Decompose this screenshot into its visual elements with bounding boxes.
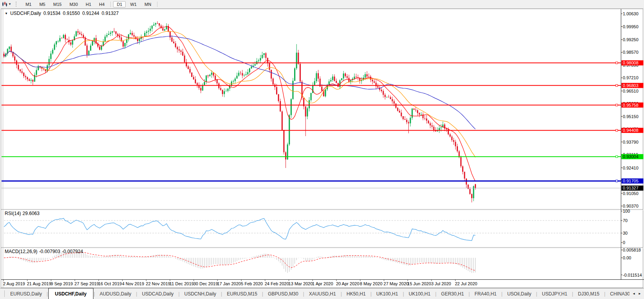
timeframe-button-mn[interactable]: MN [141,1,155,7]
chart-tabbar: EURUSD,Daily|USDCHF,Daily|AUDUSD,Daily|U… [0,288,644,299]
tab-scroll-left-icon[interactable]: ◄ [632,292,635,295]
svg-text:22 Jul 2020: 22 Jul 2020 [455,281,478,286]
tab-scroll-right-icon[interactable]: ► [638,292,641,295]
svg-text:30: 30 [623,231,628,235]
svg-text:70: 70 [623,218,628,223]
level-price-tag: 0.91705 [622,179,644,184]
chart-tab-china300-h4[interactable]: CHINA300,H4 [606,290,630,298]
timeframe-button-m1[interactable]: M1 [22,1,35,7]
svg-text:0.005818: 0.005818 [623,248,641,252]
hline-handle[interactable] [616,62,618,64]
macd-main-value: -0.007903 [39,249,60,254]
svg-text:15 Jun 2020: 15 Jun 2020 [407,281,431,286]
svg-text:27 Sep 2019: 27 Sep 2019 [75,281,99,286]
timeframe-button-h1[interactable]: H1 [82,1,95,7]
tab-scroll-arrows: ◄ ► [629,292,644,295]
svg-text:0.96510: 0.96510 [623,89,639,93]
chart-tab-usdchf-daily[interactable]: USDCHF,Daily [48,288,93,299]
svg-text:0: 0 [623,240,625,245]
chart-tab-uk100-h1[interactable]: UK100,H1 [404,290,435,298]
macd-signal-value: -0.007924 [62,249,83,254]
hline-handle[interactable] [616,129,618,131]
svg-text:17 Jan 2020: 17 Jan 2020 [217,281,241,286]
level-price-tag: 0.95758 [622,102,644,108]
svg-text:0.00: 0.00 [623,255,631,260]
chart-tab-uk100-h1[interactable]: UK100,H1 [371,290,402,298]
svg-text:1.00630: 1.00630 [623,11,639,16]
ohlc-high: 0.91550 [63,11,80,16]
svg-text:20 Apr 2020: 20 Apr 2020 [336,281,359,286]
chevron-down-icon[interactable]: ▼ [8,2,11,6]
svg-text:0.93790: 0.93790 [623,140,639,144]
svg-text:0.99950: 0.99950 [623,24,639,29]
symbol-dropdown-icon[interactable]: ▼ [5,12,8,15]
chart-tab-xauusd-h1[interactable]: XAUUSD,H1 [304,290,341,298]
macd-pane-label: MACD(12,26,9)-0.007903-0.007924 [5,249,84,254]
svg-text:3 Jul 2020: 3 Jul 2020 [431,281,451,286]
timeframe-button-h4[interactable]: H4 [95,1,108,7]
macd-name: MACD(12,26,9) [5,249,37,254]
timeframe-button-m5[interactable]: M5 [36,1,49,7]
svg-text:16 Oct 2019: 16 Oct 2019 [98,281,122,286]
chart-tab-eurusd-m15[interactable]: EURUSD,M15 [222,290,262,298]
ohlc-open: 0.91534 [44,11,60,16]
chart-tab-usoil-daily[interactable]: USOil,Daily [503,290,536,298]
chart-tab-usdcnh-daily[interactable]: USDCNH,Daily [179,290,221,298]
chart-window-bg [0,8,644,288]
chart-area[interactable]: 1.006300.999500.992500.985700.978900.972… [0,0,644,299]
chart-tab-eurusd-daily[interactable]: EURUSD,Daily [5,290,47,298]
timeframe-toolbar: ▼ M1M5M15M30H1H4D1W1MN [0,0,644,9]
svg-text:2 Aug 2019: 2 Aug 2019 [3,281,25,286]
hline-handle[interactable] [616,84,618,86]
svg-text:4 Nov 2019: 4 Nov 2019 [122,281,144,286]
toolbar-separator [157,2,157,7]
svg-text:30 Dec 2019: 30 Dec 2019 [193,281,218,286]
tab-separator: | [47,291,48,297]
hline-handle[interactable] [616,104,618,106]
svg-text:0.95758: 0.95758 [623,103,639,108]
svg-text:27 May 2020: 27 May 2020 [384,281,409,286]
svg-text:0.98570: 0.98570 [623,50,639,55]
chart-type-icon[interactable] [1,1,8,7]
tabbar-lead [0,290,5,297]
timeframe-button-w1[interactable]: W1 [126,1,140,7]
svg-text:0.93004: 0.93004 [623,154,639,159]
ohlc-close: 0.91327 [102,11,119,16]
toolbar-grip[interactable] [16,2,18,7]
chart-tab-usdcad-daily[interactable]: USDCAD,Daily [137,290,178,298]
svg-text:0.91327: 0.91327 [623,186,639,190]
timeframe-button-d1[interactable]: D1 [113,1,126,7]
svg-text:0.92410: 0.92410 [623,166,639,170]
svg-text:100: 100 [623,209,630,213]
timeframe-button-m30[interactable]: M30 [66,1,81,7]
rsi-pane-label: RSI(14)29.6063 [5,211,41,216]
chart-tab-hk50-h1[interactable]: HK50,H1 [342,290,371,298]
hline-handle[interactable] [616,156,618,158]
svg-text:22 Nov 2019: 22 Nov 2019 [146,281,170,286]
chart-tab-gbpusd-m30[interactable]: GBPUSD,M30 [263,290,303,298]
chart-tab-dj30-m15[interactable]: DJ30,M15 [573,290,604,298]
chart-tab-audusd-daily[interactable]: AUDUSD,Daily [95,290,136,298]
chart-tab-ger30-h1[interactable]: GER30,H1 [436,290,468,298]
svg-text:0.99250: 0.99250 [623,37,639,42]
level-price-tag: 0.98008 [622,60,644,66]
svg-text:0.91705: 0.91705 [623,179,639,183]
chart-tab-fra40-h1[interactable]: FRA40,H1 [470,290,501,298]
mt4-window: ▼ M1M5M15M30H1H4D1W1MN 1.006300.999500.9… [0,0,644,299]
toolbar-separator [110,2,111,7]
level-price-tag: 0.93004 [622,154,644,159]
svg-text:0.94408: 0.94408 [623,128,639,133]
svg-text:0.98008: 0.98008 [623,60,639,65]
svg-text:0.91050: 0.91050 [623,191,639,196]
chart-tab-usdjpy-h1[interactable]: USDJPY,H1 [537,290,572,298]
rsi-value: 29.6063 [22,211,39,216]
current-price-tag: 0.91327 [622,186,644,191]
level-price-tag: 0.96803 [622,83,644,88]
hline-handle[interactable] [616,180,618,182]
level-price-tag: 0.94408 [622,128,644,133]
svg-text:24 Feb 2020: 24 Feb 2020 [265,281,289,286]
svg-text:1 Apr 2020: 1 Apr 2020 [312,281,333,286]
svg-text:0.96803: 0.96803 [623,83,639,88]
rsi-name: RSI(14) [5,211,21,216]
timeframe-button-m15[interactable]: M15 [49,1,65,7]
